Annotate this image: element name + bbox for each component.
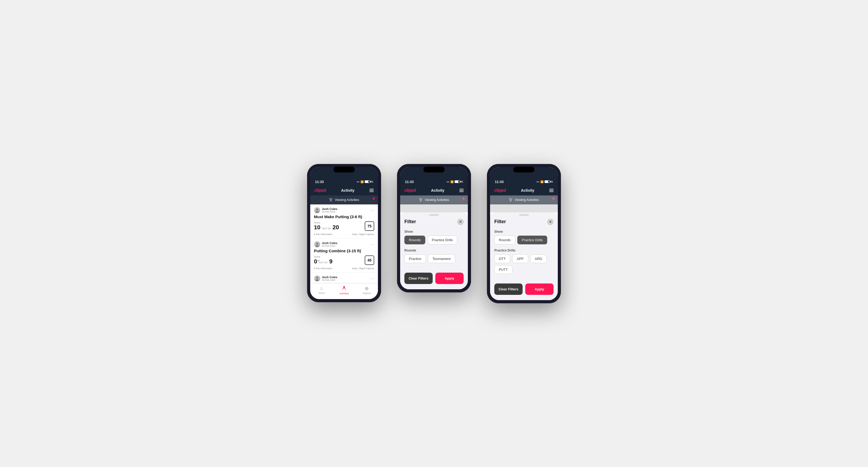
- apply-button[interactable]: Apply: [435, 273, 464, 284]
- sheet-handle: [519, 214, 529, 216]
- sheet-header: Filter ✕: [490, 217, 558, 228]
- clear-filters-button[interactable]: Clear Filters: [494, 283, 523, 295]
- viewing-text: Viewing Activities: [335, 198, 359, 202]
- activity-card-1: Josh Coles 28 Feb 2023 ··· Must Make Put…: [310, 205, 378, 239]
- status-time: 11:33: [315, 180, 324, 184]
- practice-btn-3[interactable]: PUTT: [494, 265, 512, 274]
- out-of-label: OUT OF: [322, 227, 331, 230]
- svg-point-5: [316, 243, 318, 245]
- tab-bar: ⌂ Home Activities ⊕ Capture: [310, 283, 378, 299]
- sheet-header: Filter ✕: [400, 217, 468, 228]
- show-filter-buttons: RoundsPractice Drills: [404, 236, 464, 244]
- shot-quality-badge: 45: [365, 255, 374, 265]
- card-header: Josh Coles 28 Feb 2023 ···: [314, 275, 374, 282]
- wifi-icon: 📶: [540, 180, 544, 183]
- svg-point-9: [420, 198, 421, 199]
- user-name: Josh Coles: [322, 207, 338, 211]
- status-time: 11:33: [495, 180, 503, 184]
- round-btn-1[interactable]: Tournament: [428, 254, 455, 263]
- practice-btn-1[interactable]: APP: [512, 254, 528, 263]
- round-btn-0[interactable]: Practice: [404, 254, 426, 263]
- phone-screen: 11:33 ▪▪▪ 📶 51 clippd Activity: [490, 167, 558, 300]
- svg-point-7: [316, 277, 318, 279]
- nav-title: Activity: [521, 188, 534, 192]
- viewing-banner[interactable]: Viewing Activities: [310, 195, 378, 205]
- viewing-banner[interactable]: Viewing Activities: [400, 195, 468, 205]
- notification-dot: [373, 197, 375, 200]
- show-btn-0[interactable]: Rounds: [494, 236, 515, 244]
- user-info: Josh Coles 28 Feb 2023: [314, 207, 338, 213]
- apply-button[interactable]: Apply: [525, 283, 554, 295]
- filter-content: Show RoundsPractice DrillsRounds Practic…: [400, 228, 468, 270]
- user-avatar: [314, 241, 320, 248]
- tab-activities[interactable]: Activities: [333, 286, 355, 295]
- app-logo: clippd: [494, 188, 506, 193]
- out-of-value: 9: [329, 258, 333, 265]
- clear-filters-button[interactable]: Clear Filters: [404, 273, 433, 284]
- user-info: Josh Coles 28 Feb 2023: [314, 241, 338, 248]
- shot-quality-badge: 75: [365, 221, 374, 231]
- tab-home[interactable]: ⌂ Home: [310, 286, 333, 295]
- svg-point-8: [315, 279, 319, 281]
- menu-button[interactable]: [459, 189, 464, 192]
- practice-btn-0[interactable]: OTT: [494, 254, 510, 263]
- home-icon: ⌂: [320, 286, 323, 291]
- nav-bar: clippd Activity: [400, 186, 468, 195]
- user-details: Josh Coles 28 Feb 2023: [322, 242, 338, 247]
- wifi-icon: 📶: [451, 180, 454, 183]
- svg-point-13: [511, 199, 512, 200]
- activity-card-2: Josh Coles 28 Feb 2023 ··· Putting Combi…: [310, 239, 378, 273]
- nav-bar: clippd Activity: [310, 186, 378, 195]
- show-btn-0[interactable]: Rounds: [404, 236, 425, 244]
- dynamic-island: [424, 166, 444, 173]
- signal-icon: ▪▪▪: [536, 180, 539, 183]
- app-logo: clippd: [404, 188, 416, 193]
- phone-2: 11:33 ▪▪▪ 📶 51 clippd Activity: [397, 164, 471, 292]
- more-options-button[interactable]: ···: [370, 208, 374, 212]
- phone-screen: 11:33 ▪▪▪ 📶 51 clippd Activity: [400, 167, 468, 289]
- signal-icon: ▪▪▪: [356, 180, 360, 183]
- user-details: Josh Coles 28 Feb 2023: [322, 276, 338, 281]
- battery-icon: [455, 180, 460, 183]
- menu-button[interactable]: [369, 189, 374, 192]
- filter-icon: [329, 198, 333, 202]
- filter-content: Show RoundsPractice DrillsPractice Drill…: [490, 228, 558, 280]
- out-of-label: OUT OF: [319, 261, 328, 264]
- practice-filter-buttons: OTTAPPARGPUTT: [494, 254, 554, 274]
- card-header: Josh Coles 28 Feb 2023 ···: [314, 207, 374, 213]
- user-avatar: [314, 207, 320, 213]
- sheet-handle: [429, 214, 439, 216]
- score-label: Score: [314, 221, 339, 224]
- sheet-footer: Clear Filters Apply: [490, 280, 558, 300]
- user-avatar: [314, 275, 320, 282]
- capture-icon: ⊕: [365, 286, 369, 291]
- close-filter-button[interactable]: ✕: [457, 219, 464, 225]
- card-footer: ℹ Test Information Data: Clippd Capture: [314, 267, 374, 270]
- show-btn-1[interactable]: Practice Drills: [427, 236, 457, 244]
- filter-icon: [509, 198, 513, 202]
- test-info: ℹ Test Information: [314, 233, 333, 236]
- round-filter-buttons: PracticeTournament: [404, 254, 464, 263]
- tab-capture[interactable]: ⊕ Capture: [355, 286, 378, 295]
- svg-point-6: [315, 245, 319, 247]
- more-options-button[interactable]: ···: [370, 276, 374, 281]
- nav-bar: clippd Activity: [490, 186, 558, 195]
- viewing-text: Viewing Activities: [515, 198, 539, 202]
- user-name: Josh Coles: [322, 242, 338, 245]
- phone-screen: 11:33 ▪▪▪ 📶 51 clippd Activity: [310, 167, 378, 299]
- svg-point-14: [510, 201, 511, 201]
- shots-label: Shots: [314, 259, 320, 262]
- data-source: Data: Clippd Capture: [352, 233, 374, 236]
- viewing-banner[interactable]: Viewing Activities: [490, 195, 558, 205]
- svg-point-12: [509, 198, 510, 199]
- notification-dot: [463, 197, 465, 200]
- close-filter-button[interactable]: ✕: [547, 219, 554, 225]
- notification-dot: [553, 197, 555, 200]
- menu-button[interactable]: [549, 189, 554, 192]
- battery-container: 51: [455, 180, 463, 183]
- practice-btn-2[interactable]: ARG: [530, 254, 547, 263]
- show-btn-1[interactable]: Practice Drills: [517, 236, 547, 244]
- more-options-button[interactable]: ···: [370, 242, 374, 246]
- user-info: Josh Coles 28 Feb 2023: [314, 275, 338, 282]
- wifi-icon: 📶: [361, 180, 364, 183]
